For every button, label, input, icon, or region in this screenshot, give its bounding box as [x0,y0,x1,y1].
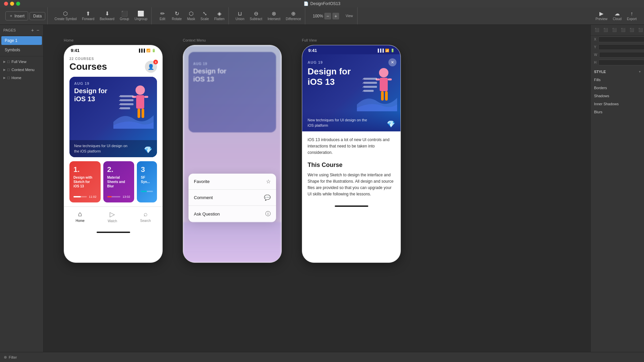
context-menu-comment[interactable]: Comment 💬 [189,190,276,206]
context-menu-ask[interactable]: Ask Question ⓘ [189,206,276,222]
fv-desc-text: New techniques for UI design on the iOS … [308,118,371,128]
minimize-button[interactable] [10,2,14,6]
maximize-button[interactable] [16,2,20,6]
export-button[interactable]: ↑ Export [625,10,639,22]
union-button[interactable]: ⊔ Union [233,10,246,22]
card-desc: New techniques for UI design on the iOS … [74,143,129,154]
scale-button[interactable]: ⤡ Scale [199,10,211,22]
fv-body-text1: iOS 13 introduces a lot of new UI contro… [308,137,395,156]
card-bottom: New techniques for UI design on the iOS … [69,140,157,157]
zoom-minus-button[interactable]: − [324,13,331,19]
context-menu-favorite[interactable]: Favorite ☆ [189,174,276,190]
h-label: H [594,61,596,64]
rp-align-center[interactable]: ⬛ [602,27,609,33]
data-button[interactable]: Data [30,12,45,20]
small-card-3-num: 3 [141,165,153,174]
close-button[interactable] [4,2,8,6]
svg-text:✓: ✓ [119,95,121,98]
svg-rect-17 [388,78,392,80]
svg-rect-21 [364,82,377,84]
small-card-1[interactable]: 1. Design with Sketch for iOS 13 11:02 [69,161,101,202]
svg-text:✓: ✓ [119,103,121,106]
rotate-button[interactable]: ↻ Rotate [170,10,183,22]
edit-group: ✏ Edit ↻ Rotate ⬡ Mask ⤡ Scale ◈ Flatten [154,7,229,24]
cloud-button[interactable]: ☁ Cloud [611,10,624,22]
zoom-control: 100% − + [310,13,342,19]
home-artboard-wrapper: Home 9:41 ▐▐▐ 📶 🔋 22 COURSES [64,38,163,263]
cloud-icon: ☁ [614,11,620,16]
svg-rect-19 [385,91,388,101]
small-card-3[interactable]: 3 SF Syn... [137,161,157,202]
expand-icon: ▶ [3,76,6,79]
collapse-pages-button[interactable]: − [36,27,40,33]
favorite-icon: ☆ [266,178,271,185]
w-input[interactable] [599,52,644,58]
wifi-icon: ▐▐▐ [138,49,145,52]
nav-search[interactable]: ⌕ Search [140,210,151,223]
diamond-icon: 💎 [144,146,152,154]
x-input[interactable] [598,37,644,42]
y-input[interactable] [598,44,644,50]
mask-button[interactable]: ⬡ Mask [185,10,197,22]
symbols-item[interactable]: Symbols [1,46,42,54]
right-panel: ⬛ ⬛ ⬛ ⬛ ⬛ ⬛ A A X Y W H STYLE ▾ [590,25,644,352]
add-page-button[interactable]: + [31,27,35,33]
bottom-nav: ⌂ Home ▷ Watch ⌕ Search [64,206,162,230]
progress-bar-2 [107,196,121,197]
main-course-card[interactable]: AUG 19 Design foriOS 13 [69,77,157,157]
rp-align-right[interactable]: ⬛ [611,27,618,33]
progress-bar-1 [73,196,87,197]
comment-icon: 💬 [264,194,271,201]
forward-button[interactable]: ⬆ Forward [80,10,97,22]
ungroup-button[interactable]: ⬜ Ungroup [132,10,149,22]
h-input[interactable] [598,60,644,65]
small-card-2[interactable]: 2. Material Sheets and Blur 13:02 [103,161,135,202]
illustration-svg: ✓ ✓ ✓ ✓ [113,78,154,129]
filter-bar: Filter [0,352,644,362]
backward-button[interactable]: ⬇ Backward [98,10,116,22]
intersect-button[interactable]: ⊗ Intersect [266,10,282,22]
layer-home[interactable]: ▶ □ Home [0,74,43,82]
subtract-button[interactable]: ⊖ Subtract [248,10,264,22]
boolean-group: ⊔ Union ⊖ Subtract ⊗ Intersect ⊕ Differe… [231,7,305,24]
insert-button[interactable]: ＋ Insert [5,11,28,20]
view-button[interactable]: View [343,13,355,19]
style-blurs[interactable]: Blurs [591,108,644,116]
layer-full-view[interactable]: ▶ □ Full View [0,58,43,66]
style-fills[interactable]: Fills [591,76,644,84]
scale-icon: ⤡ [203,11,207,16]
difference-button[interactable]: ⊕ Difference [284,10,303,22]
y-field-row: Y [591,43,644,51]
rp-align-left[interactable]: ⬛ [593,27,601,33]
filter-label: Filter [9,355,17,359]
transform-group: ⬡ Create Symbol ⬆ Forward ⬇ Backward ⬛ G… [50,7,152,24]
svg-rect-23 [364,90,374,92]
style-shadows[interactable]: Shadows [591,92,644,100]
nav-watch[interactable]: ▷ Watch [108,210,117,223]
rp-align-bottom[interactable]: ⬛ [637,27,644,33]
nav-home[interactable]: ⌂ Home [75,210,85,223]
svg-text:✓: ✓ [362,85,365,88]
titlebar: 📄 DesignForIOS13 [0,0,644,7]
home-nav-icon: ⌂ [78,210,82,218]
rp-align-top[interactable]: ⬛ [620,27,627,33]
fv-status-time: 9:41 [308,48,317,53]
group-button[interactable]: ⬛ Group [118,10,131,22]
rp-align-middle[interactable]: ⬛ [628,27,636,33]
create-symbol-button[interactable]: ⬡ Create Symbol [52,10,78,22]
preview-button[interactable]: ▶ Preview [593,10,609,22]
zoom-plus-button[interactable]: + [332,13,339,19]
fv-illustration: ✓ ✓ ✓ ✓ [357,61,400,111]
flatten-button[interactable]: ◈ Flatten [212,10,227,22]
page-1-item[interactable]: Page 1 [1,36,42,45]
layer-context-menu[interactable]: ▶ □ Context Menu [0,66,43,74]
fv-diamond-icon: 💎 [387,120,395,128]
edit-button[interactable]: ✏ Edit [156,10,168,22]
style-borders[interactable]: Borders [591,84,644,92]
window-title: 📄 DesignForIOS13 [304,1,340,6]
style-inner-shadows[interactable]: Inner Shadows [591,100,644,108]
svg-rect-3 [144,96,148,98]
svg-text:✓: ✓ [362,81,365,84]
layer-frame-icon: □ [7,67,10,72]
style-section-title: STYLE ▾ [591,66,644,76]
